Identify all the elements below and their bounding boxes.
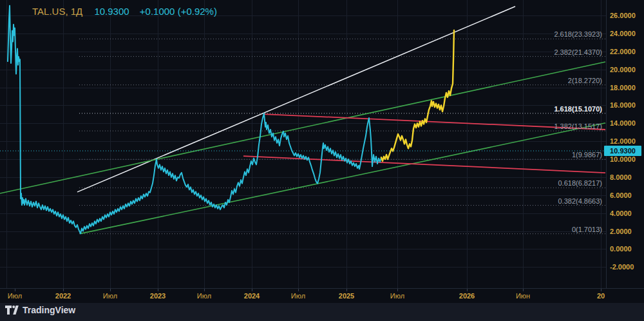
tradingview-chart-window: TAL.US, 1Д 10.9300 +0.1000 (+0.92%) 26.0… xyxy=(0,0,644,321)
fib-level-label: 2.618(23.3923) xyxy=(400,30,602,39)
time-axis[interactable]: Июл2022Июл2023Июл2024Июл2025Июл2026Июн20 xyxy=(0,288,644,304)
price-axis-label: 2.0000 xyxy=(610,228,643,235)
time-axis-label: Июл xyxy=(197,292,211,300)
price-axis-label: 6.0000 xyxy=(610,191,643,199)
time-axis-tick xyxy=(523,289,524,291)
price-axis-label: 20.0000 xyxy=(610,66,643,73)
time-axis-tick xyxy=(601,289,601,291)
time-axis-label: Июл xyxy=(8,292,22,300)
fib-level-label: 1(9.9867) xyxy=(400,151,602,160)
price-axis-label: 8.0000 xyxy=(610,173,643,181)
tradingview-logo-icon xyxy=(5,306,19,315)
time-axis-label: Июл xyxy=(390,292,404,300)
price-axis-label: -2.0000 xyxy=(610,263,643,271)
price-axis-label: 22.0000 xyxy=(610,48,643,55)
green-channel-lower xyxy=(80,123,605,234)
time-axis-tick xyxy=(158,289,158,291)
price-axis-label: 10.0000 xyxy=(610,155,643,163)
symbol-legend[interactable]: TAL.US, 1Д 10.9300 +0.1000 (+0.92%) xyxy=(32,6,217,17)
price-axis-label: 24.0000 xyxy=(610,30,643,37)
time-axis-tick xyxy=(298,289,299,291)
last-price-value: 10.9300 xyxy=(94,6,129,17)
time-axis-label: Июл xyxy=(291,292,305,300)
time-axis-tick xyxy=(110,289,111,291)
time-axis-label: Июн xyxy=(516,292,530,300)
fib-level-label: 0.618(6.8217) xyxy=(400,179,602,188)
time-axis-label: 2025 xyxy=(339,292,354,300)
time-axis-tick xyxy=(346,289,347,291)
price-axis-label: 18.0000 xyxy=(610,84,643,92)
fib-level-label: 1.382(13.1517) xyxy=(400,122,602,131)
time-axis-tick xyxy=(467,289,468,291)
price-axis[interactable]: 26.000024.000022.000020.000018.000016.00… xyxy=(606,0,644,288)
time-axis-label: 2026 xyxy=(459,292,475,300)
price-axis-label: 4.0000 xyxy=(610,209,643,217)
time-axis-tick xyxy=(204,289,205,291)
time-axis-label: 2024 xyxy=(244,292,260,300)
time-axis-label: Июл xyxy=(103,292,117,300)
tradingview-logo-text: TradingView xyxy=(23,305,75,315)
time-axis-label: 2022 xyxy=(55,292,71,300)
time-axis-label: 2023 xyxy=(150,292,166,300)
price-change-value: +0.1000 (+0.92%) xyxy=(140,6,217,17)
price-axis-label: 0.0000 xyxy=(610,245,643,253)
price-axis-label: 16.0000 xyxy=(610,101,643,109)
time-axis-tick xyxy=(252,289,252,291)
price-axis-label: 14.0000 xyxy=(610,119,643,127)
chart-plot-area[interactable] xyxy=(0,0,606,288)
fib-level-label: 0.382(4.8663) xyxy=(400,197,602,206)
fib-level-label: 2(18.2720) xyxy=(400,77,602,86)
price-axis-label: 26.0000 xyxy=(610,12,643,19)
time-axis-tick xyxy=(397,289,398,291)
fib-level-label: 0(1.7013) xyxy=(400,226,602,235)
fib-level-label: 2.382(21.4370) xyxy=(400,48,602,57)
symbol-name-and-interval[interactable]: TAL.US, 1Д xyxy=(32,6,82,17)
bottom-attribution-bar: TradingView xyxy=(0,303,644,321)
price-axis-label: 12.0000 xyxy=(610,137,643,145)
fib-level-label: 1.618(15.1070) xyxy=(400,105,602,114)
time-axis-tick xyxy=(63,289,64,291)
time-axis-tick xyxy=(15,289,15,291)
current-price-badge: 10.9300 xyxy=(604,146,641,156)
time-axis-label: 20 xyxy=(597,292,605,300)
tradingview-logo-link[interactable]: TradingView xyxy=(5,305,75,315)
